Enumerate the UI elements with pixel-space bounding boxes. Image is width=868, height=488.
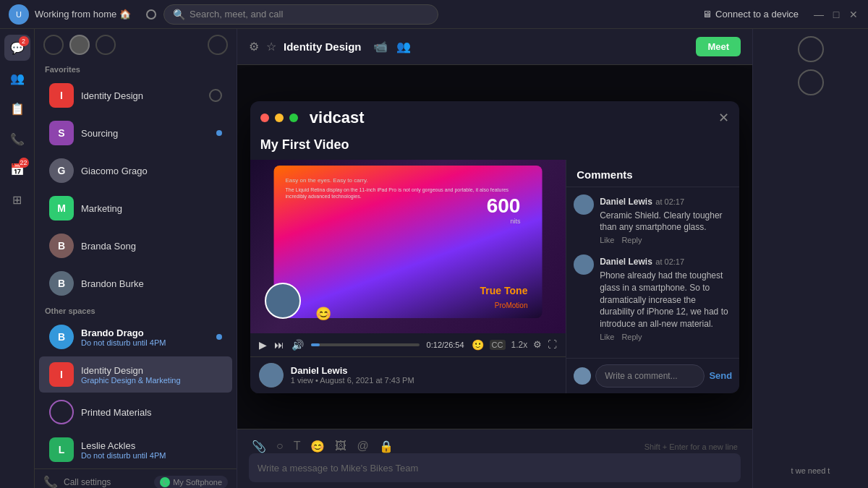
at-icon[interactable]: @ <box>357 440 368 453</box>
sidebar-sub-leslie: Do not disturb until 4PM <box>81 451 166 460</box>
time-display: 0:12/26:54 <box>427 341 464 349</box>
right-panel: t we need t <box>752 29 868 488</box>
image-icon[interactable]: 🖼 <box>335 440 346 453</box>
attach-icon[interactable]: 📎 <box>252 440 266 453</box>
modal-video-title: My First Video <box>250 134 739 160</box>
restore-button[interactable]: □ <box>830 9 842 20</box>
messages-area: vidcast ✕ My First Video Easy on <box>237 65 752 429</box>
sidebar-footer: 📞 Call settings L My Softphone <box>35 468 237 488</box>
sidebar-item-leslie[interactable]: L Leslie Ackles Do not disturb until 4PM <box>39 432 232 468</box>
sidebar-item-identity-design[interactable]: I Identity Design <box>39 77 232 114</box>
channel-title: Identity Design <box>284 40 362 53</box>
quality-button[interactable]: 1.2x <box>511 340 528 350</box>
cc-button[interactable]: CC <box>490 340 506 350</box>
video-thumbnail[interactable]: Easy on the eyes. Easy to carry. The Liq… <box>250 160 566 333</box>
like-button-2[interactable]: Like <box>600 333 614 341</box>
emoji-toolbar-icon[interactable]: 😊 <box>310 440 325 453</box>
modal-body: Easy on the eyes. Easy to carry. The Liq… <box>250 160 739 393</box>
header-icons: 📹 👥 <box>373 40 411 53</box>
video-poster: Daniel Lewis 1 view • August 6, 2021 at … <box>250 356 566 393</box>
calendar-badge: 22 <box>19 158 29 168</box>
favorites-label: Favorites <box>35 61 237 77</box>
comment-actions-2: Like Reply <box>600 333 732 341</box>
ipad-nits: 600 <box>487 194 521 218</box>
rail-contacts[interactable]: 📋 <box>4 95 30 121</box>
comments-section: Comments Daniel Lewis at 02:17 Ceramic S… <box>566 160 739 393</box>
top-bar: U Working from home 🏠 🔍 Search, meet, an… <box>0 0 868 29</box>
sidebar-item-printed[interactable]: Printed Materials <box>39 394 232 430</box>
workspace-3[interactable] <box>95 35 116 55</box>
user-status[interactable]: U Working from home 🏠 <box>9 4 139 25</box>
sidebar: Favorites I Identity Design S Sourcing G… <box>35 29 237 488</box>
skip-button[interactable]: ⏭ <box>274 339 284 351</box>
input-hint: Shift + Enter for a new line <box>644 442 738 451</box>
sidebar-name-identity2: Identity Design <box>81 365 181 376</box>
rail-calendar[interactable]: 📅 22 <box>4 156 30 182</box>
sidebar-name-identity: Identity Design <box>81 90 143 101</box>
sidebar-avatar-giacomo: G <box>49 158 74 183</box>
calls-icon: 📞 <box>10 132 25 146</box>
minimize-button[interactable]: — <box>813 9 825 20</box>
channel-star-icon[interactable]: ☆ <box>266 40 276 53</box>
participants-icon[interactable]: 👥 <box>396 40 411 53</box>
settings-button[interactable]: ⚙ <box>533 339 542 350</box>
chat-badge: 2 <box>19 36 29 46</box>
sidebar-item-marketing[interactable]: M Marketing <box>39 190 232 226</box>
apps-icon: ⊞ <box>12 193 22 207</box>
play-button[interactable]: ▶ <box>259 339 267 351</box>
video-controls: ▶ ⏭ 🔊 0:12/26:54 🙂 CC 1.2x <box>250 333 566 356</box>
user-status-label: Working from home 🏠 <box>35 9 131 20</box>
reply-button-1[interactable]: Reply <box>621 236 642 244</box>
workspace-add[interactable] <box>208 35 228 55</box>
fullscreen-button[interactable]: ⛶ <box>548 339 557 350</box>
mention-circle-icon[interactable]: ○ <box>276 440 284 453</box>
progress-bar[interactable] <box>311 343 420 346</box>
modal-close-button[interactable]: ✕ <box>718 110 729 126</box>
emoji-button[interactable]: 🙂 <box>472 339 484 351</box>
rail-people[interactable]: 👥 <box>4 65 30 91</box>
close-button[interactable]: ✕ <box>848 9 859 20</box>
reaction-emoji: 😊 <box>315 306 331 322</box>
meet-button[interactable]: Meet <box>696 37 741 56</box>
comment-time-2: at 02:17 <box>655 257 684 266</box>
like-button-1[interactable]: Like <box>600 236 614 244</box>
send-comment-button[interactable]: Send <box>709 370 732 381</box>
channel-settings-icon[interactable]: ⚙ <box>249 40 259 53</box>
softphone-button[interactable]: L My Softphone <box>154 476 228 489</box>
workspace-switcher <box>35 29 237 61</box>
call-settings-label[interactable]: Call settings <box>64 477 111 487</box>
sidebar-item-sourcing[interactable]: S Sourcing <box>39 115 232 151</box>
message-placeholder: Write a message to Mike's Bikes Team <box>258 463 418 474</box>
search-bar[interactable]: 🔍 Search, meet, and call <box>163 4 438 25</box>
text-format-icon[interactable]: T <box>294 440 301 453</box>
sidebar-item-identity-design-2[interactable]: I Identity Design Graphic Design & Marke… <box>39 356 232 393</box>
rail-apps[interactable]: ⊞ <box>4 187 30 213</box>
sidebar-item-giacomo[interactable]: G Giacomo Grago <box>39 153 232 189</box>
volume-button[interactable]: 🔊 <box>292 339 304 351</box>
mac-fullscreen-dot[interactable] <box>289 114 298 122</box>
lock-icon[interactable]: 🔒 <box>379 440 393 453</box>
connect-device-button[interactable]: 🖥 Connect to a device <box>702 9 799 20</box>
rail-chat[interactable]: 💬 2 <box>4 35 30 61</box>
sidebar-avatar-identity2: I <box>49 362 74 387</box>
video-modal: vidcast ✕ My First Video Easy on <box>250 101 739 393</box>
reply-button-2[interactable]: Reply <box>621 333 642 341</box>
comment-input[interactable]: Write a comment... <box>595 364 705 388</box>
main-content: ⚙ ☆ Identity Design 📹 👥 Meet <box>237 29 752 488</box>
workspace-2[interactable] <box>69 35 90 55</box>
sidebar-item-branda[interactable]: B Branda Song <box>39 228 232 264</box>
sidebar-item-brando[interactable]: B Brando Drago Do not disturb until 4PM <box>39 319 232 355</box>
workspace-1[interactable] <box>43 35 64 55</box>
rail-calls[interactable]: 📞 <box>4 126 30 152</box>
sidebar-name-brando: Brando Drago <box>81 328 166 338</box>
mac-close-dot[interactable] <box>260 114 269 122</box>
mac-minimize-dot[interactable] <box>275 114 284 122</box>
sidebar-item-brandon[interactable]: B Brandon Burke <box>39 265 232 301</box>
message-input[interactable]: Write a message to Mike's Bikes Team <box>249 453 741 482</box>
monitor-icon: 🖥 <box>702 9 712 20</box>
poster-name: Daniel Lewis <box>291 365 414 376</box>
input-toolbar: 📎 ○ T 😊 🖼 @ 🔒 Shift + Enter for a new li… <box>249 435 741 453</box>
sidebar-radio-identity <box>209 89 222 102</box>
video-icon[interactable]: 📹 <box>373 40 388 53</box>
sidebar-avatar-brandon: B <box>49 271 74 296</box>
